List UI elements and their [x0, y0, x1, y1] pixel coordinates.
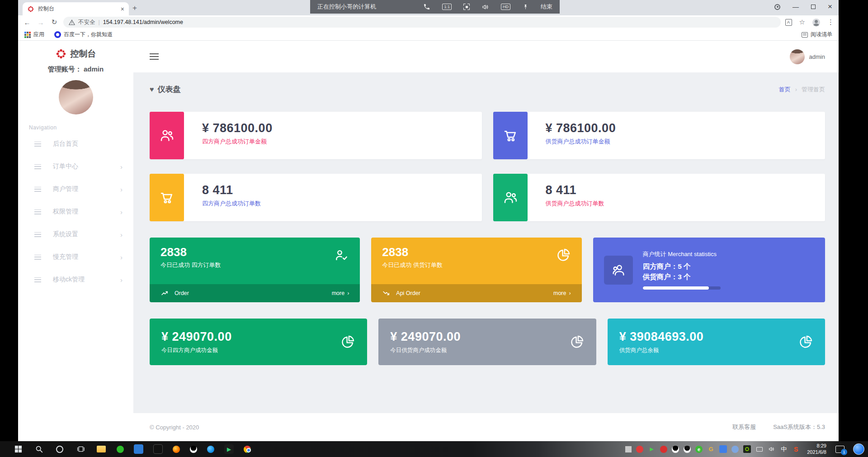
new-tab-button[interactable]: +: [132, 4, 137, 13]
tencent-video-icon[interactable]: [207, 446, 214, 453]
tab-title: 控制台: [38, 5, 117, 13]
dashboard-content: ♥ 仪表盘 首页 › 管理首页: [133, 72, 839, 413]
speaker-icon[interactable]: [481, 3, 489, 11]
notification-badge: 1: [841, 449, 847, 455]
stat-card-sifang-count: 8 411 四方商户总成功订单数: [150, 174, 482, 221]
stat-label: 供货商户总成功订单金额: [546, 138, 616, 146]
taskbar-app-blue-icon[interactable]: [134, 444, 143, 454]
app-logo[interactable]: 控制台: [18, 41, 133, 60]
hd-quality-icon[interactable]: HD: [501, 4, 510, 10]
amount-card-supplier-balance: ¥ 39084693.00 供货商户总余额: [608, 319, 825, 365]
amount-card-supplier-today: ¥ 249070.00 今日供货商户成功金额: [378, 319, 596, 365]
sidebar-item-permissions[interactable]: 权限管理 ›: [18, 200, 133, 223]
tray-qq2-icon[interactable]: [684, 446, 691, 453]
cart-icon: [493, 112, 528, 159]
chrome-icon[interactable]: [244, 446, 251, 453]
tray-app-red2-icon[interactable]: [660, 446, 667, 453]
pie-chart-icon: [569, 334, 585, 350]
sogou-input-icon[interactable]: S: [792, 445, 800, 453]
fullscreen-icon[interactable]: [463, 4, 470, 10]
sidebar-toggle-icon[interactable]: [150, 53, 159, 55]
browser-menu-icon[interactable]: ⋮: [827, 18, 834, 26]
tray-player-icon[interactable]: ▶: [648, 445, 656, 453]
firefox-icon[interactable]: [173, 446, 180, 453]
file-explorer-icon[interactable]: [96, 444, 107, 455]
reading-list-button[interactable]: 阅读清单: [802, 31, 832, 38]
cortana-icon[interactable]: [54, 444, 65, 455]
window-close-button[interactable]: ×: [828, 2, 832, 11]
tray-browser-360-icon[interactable]: e: [695, 446, 703, 453]
pin-icon[interactable]: [522, 4, 529, 10]
sidebar-item-settings[interactable]: 系统设置 ›: [18, 223, 133, 246]
sidebar-item-merchants[interactable]: 商户管理 ›: [18, 178, 133, 200]
stat-card-supplier-amount: ¥ 786100.00 供货商户总成功订单金额: [493, 112, 826, 159]
contact-support-link[interactable]: 联系客服: [732, 423, 756, 431]
back-icon[interactable]: ←: [23, 19, 32, 26]
nvidia-settings-icon[interactable]: [743, 445, 751, 453]
browser-tab[interactable]: 控制台 ×: [23, 2, 129, 15]
sidebar-item-mobile-ck[interactable]: 移动ck管理 ›: [18, 268, 133, 291]
forward-icon[interactable]: →: [36, 19, 45, 26]
remote-floating-ball[interactable]: [853, 443, 864, 455]
sidebar-item-slow-recharge[interactable]: 慢充管理 ›: [18, 246, 133, 268]
order-footer-label: Api Order: [396, 290, 420, 296]
stat-value: ¥ 786100.00: [202, 121, 273, 135]
address-bar[interactable]: 不安全 | 154.197.48.141/admin/welcome: [63, 17, 781, 28]
chevron-right-icon: ›: [120, 231, 123, 238]
start-button[interactable]: [13, 444, 24, 455]
ratio-1to1-icon[interactable]: 1:1: [442, 4, 452, 10]
more-link[interactable]: more ›: [553, 290, 571, 296]
chevron-right-icon: ›: [120, 276, 123, 284]
ime-indicator[interactable]: 中: [780, 445, 788, 453]
list-icon: [34, 232, 41, 237]
tray-gold-g-icon[interactable]: G: [707, 445, 715, 453]
sidebar-item-orders[interactable]: 订单中心 ›: [18, 155, 133, 178]
window-maximize-button[interactable]: [811, 5, 816, 9]
breadcrumb-home-link[interactable]: 首页: [779, 86, 791, 94]
bookmark-star-icon[interactable]: ☆: [799, 18, 805, 26]
chevron-right-icon: ›: [120, 208, 123, 216]
nav-caption: Navigation: [29, 124, 133, 131]
translate-icon[interactable]: A: [785, 19, 792, 26]
supplier-merchant-count: 供货商户：3 个: [643, 271, 721, 282]
tray-app-red-icon[interactable]: [636, 446, 643, 453]
search-icon[interactable]: [33, 444, 44, 455]
show-hidden-icons-button[interactable]: [625, 446, 632, 452]
remote-control-bar: 正在控制小哥的计算机 1:1 HD 结束: [310, 0, 560, 14]
tray-qq-icon[interactable]: [672, 446, 679, 453]
tray-camera-app-icon[interactable]: [731, 446, 739, 453]
window-minimize-button[interactable]: —: [793, 3, 799, 10]
list-icon: [34, 187, 41, 192]
network-icon[interactable]: [755, 445, 763, 453]
bookmark-apps[interactable]: 应用: [24, 31, 44, 38]
tab-close-icon[interactable]: ×: [121, 5, 124, 13]
more-link[interactable]: more ›: [332, 290, 349, 296]
trending-up-icon: [160, 290, 170, 296]
end-session-button[interactable]: 结束: [541, 3, 552, 11]
letterbox-right: [839, 0, 868, 441]
volume-icon[interactable]: [768, 445, 775, 453]
cart-icon: [150, 174, 184, 221]
pie-chart-icon: [556, 248, 571, 263]
list-icon: [34, 255, 41, 260]
users-icon: [150, 112, 184, 159]
profile-icon[interactable]: [812, 19, 820, 26]
desktop-screen: 控制台 × + — × 正在控制小哥的计算机 1:1: [0, 0, 868, 457]
terminal-icon[interactable]: [153, 444, 163, 454]
navbar-username: admin: [809, 53, 825, 60]
account-row: 管理账号： admin: [18, 65, 133, 74]
taskbar-app-green-icon[interactable]: [117, 446, 124, 453]
bookmark-baidu[interactable]: 百度一下，你就知道: [54, 31, 113, 38]
player-icon[interactable]: ▶: [224, 444, 234, 454]
task-view-icon[interactable]: [75, 444, 86, 455]
tray-app-blue-icon[interactable]: [719, 445, 727, 453]
taskbar-clock[interactable]: 8:29 2021/6/8: [807, 443, 826, 456]
not-secure-warning-icon: [69, 19, 75, 25]
voice-call-icon[interactable]: [423, 3, 430, 10]
user-avatar[interactable]: [59, 80, 93, 114]
action-center-icon[interactable]: 1: [835, 446, 844, 453]
qq-icon[interactable]: [190, 446, 197, 453]
reload-icon[interactable]: ↻: [50, 18, 59, 26]
sidebar-item-home[interactable]: 后台首页: [18, 133, 133, 155]
navbar-user[interactable]: admin: [790, 49, 825, 64]
